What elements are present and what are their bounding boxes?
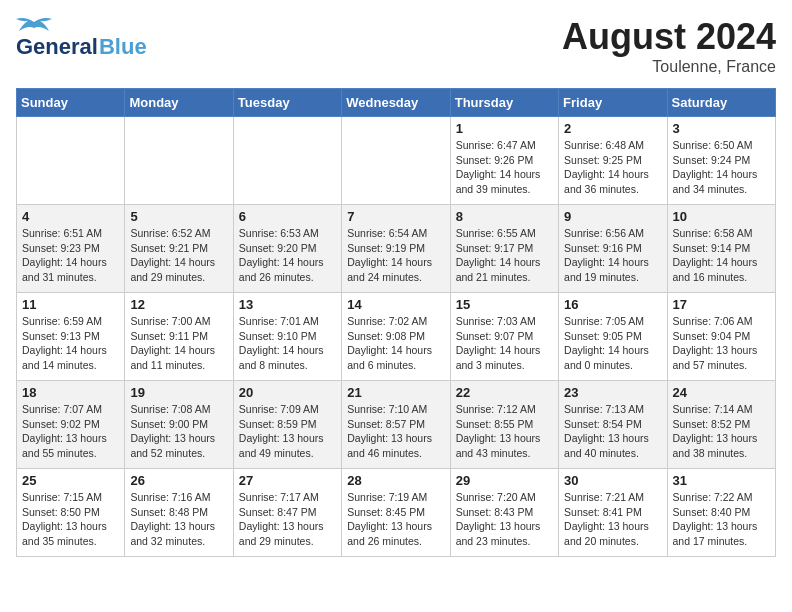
- title-block: August 2024 Toulenne, France: [562, 16, 776, 76]
- header-friday: Friday: [559, 89, 667, 117]
- day-info: Sunrise: 6:50 AM Sunset: 9:24 PM Dayligh…: [673, 138, 770, 197]
- day-number: 24: [673, 385, 770, 400]
- day-info: Sunrise: 7:01 AM Sunset: 9:10 PM Dayligh…: [239, 314, 336, 373]
- logo-icon: [16, 16, 52, 34]
- day-info: Sunrise: 7:13 AM Sunset: 8:54 PM Dayligh…: [564, 402, 661, 461]
- calendar-week-row: 18Sunrise: 7:07 AM Sunset: 9:02 PM Dayli…: [17, 381, 776, 469]
- day-number: 2: [564, 121, 661, 136]
- day-number: 17: [673, 297, 770, 312]
- calendar-cell: 6Sunrise: 6:53 AM Sunset: 9:20 PM Daylig…: [233, 205, 341, 293]
- calendar-cell: 24Sunrise: 7:14 AM Sunset: 8:52 PM Dayli…: [667, 381, 775, 469]
- day-info: Sunrise: 7:17 AM Sunset: 8:47 PM Dayligh…: [239, 490, 336, 549]
- calendar-cell: 16Sunrise: 7:05 AM Sunset: 9:05 PM Dayli…: [559, 293, 667, 381]
- day-number: 8: [456, 209, 553, 224]
- calendar-cell: 15Sunrise: 7:03 AM Sunset: 9:07 PM Dayli…: [450, 293, 558, 381]
- header-sunday: Sunday: [17, 89, 125, 117]
- day-number: 7: [347, 209, 444, 224]
- calendar-table: SundayMondayTuesdayWednesdayThursdayFrid…: [16, 88, 776, 557]
- day-number: 30: [564, 473, 661, 488]
- day-number: 1: [456, 121, 553, 136]
- day-number: 16: [564, 297, 661, 312]
- day-info: Sunrise: 7:10 AM Sunset: 8:57 PM Dayligh…: [347, 402, 444, 461]
- day-number: 26: [130, 473, 227, 488]
- day-info: Sunrise: 7:16 AM Sunset: 8:48 PM Dayligh…: [130, 490, 227, 549]
- calendar-week-row: 11Sunrise: 6:59 AM Sunset: 9:13 PM Dayli…: [17, 293, 776, 381]
- calendar-cell: 12Sunrise: 7:00 AM Sunset: 9:11 PM Dayli…: [125, 293, 233, 381]
- calendar-cell: 9Sunrise: 6:56 AM Sunset: 9:16 PM Daylig…: [559, 205, 667, 293]
- day-number: 13: [239, 297, 336, 312]
- day-number: 21: [347, 385, 444, 400]
- header-monday: Monday: [125, 89, 233, 117]
- calendar-cell: 3Sunrise: 6:50 AM Sunset: 9:24 PM Daylig…: [667, 117, 775, 205]
- calendar-week-row: 4Sunrise: 6:51 AM Sunset: 9:23 PM Daylig…: [17, 205, 776, 293]
- day-number: 19: [130, 385, 227, 400]
- calendar-cell: 2Sunrise: 6:48 AM Sunset: 9:25 PM Daylig…: [559, 117, 667, 205]
- day-info: Sunrise: 6:56 AM Sunset: 9:16 PM Dayligh…: [564, 226, 661, 285]
- day-info: Sunrise: 6:51 AM Sunset: 9:23 PM Dayligh…: [22, 226, 119, 285]
- calendar-cell: 14Sunrise: 7:02 AM Sunset: 9:08 PM Dayli…: [342, 293, 450, 381]
- logo-general: General: [16, 34, 98, 60]
- day-info: Sunrise: 6:47 AM Sunset: 9:26 PM Dayligh…: [456, 138, 553, 197]
- calendar-cell: [17, 117, 125, 205]
- calendar-cell: 4Sunrise: 6:51 AM Sunset: 9:23 PM Daylig…: [17, 205, 125, 293]
- day-info: Sunrise: 7:20 AM Sunset: 8:43 PM Dayligh…: [456, 490, 553, 549]
- calendar-cell: 8Sunrise: 6:55 AM Sunset: 9:17 PM Daylig…: [450, 205, 558, 293]
- day-info: Sunrise: 6:54 AM Sunset: 9:19 PM Dayligh…: [347, 226, 444, 285]
- day-info: Sunrise: 6:53 AM Sunset: 9:20 PM Dayligh…: [239, 226, 336, 285]
- day-info: Sunrise: 7:14 AM Sunset: 8:52 PM Dayligh…: [673, 402, 770, 461]
- calendar-cell: 18Sunrise: 7:07 AM Sunset: 9:02 PM Dayli…: [17, 381, 125, 469]
- calendar-cell: 25Sunrise: 7:15 AM Sunset: 8:50 PM Dayli…: [17, 469, 125, 557]
- day-info: Sunrise: 7:15 AM Sunset: 8:50 PM Dayligh…: [22, 490, 119, 549]
- calendar-cell: 29Sunrise: 7:20 AM Sunset: 8:43 PM Dayli…: [450, 469, 558, 557]
- day-number: 6: [239, 209, 336, 224]
- calendar-cell: 27Sunrise: 7:17 AM Sunset: 8:47 PM Dayli…: [233, 469, 341, 557]
- day-number: 23: [564, 385, 661, 400]
- calendar-cell: 11Sunrise: 6:59 AM Sunset: 9:13 PM Dayli…: [17, 293, 125, 381]
- day-info: Sunrise: 6:55 AM Sunset: 9:17 PM Dayligh…: [456, 226, 553, 285]
- calendar-cell: [233, 117, 341, 205]
- day-number: 22: [456, 385, 553, 400]
- day-info: Sunrise: 6:58 AM Sunset: 9:14 PM Dayligh…: [673, 226, 770, 285]
- calendar-cell: 22Sunrise: 7:12 AM Sunset: 8:55 PM Dayli…: [450, 381, 558, 469]
- calendar-cell: 23Sunrise: 7:13 AM Sunset: 8:54 PM Dayli…: [559, 381, 667, 469]
- calendar-cell: 20Sunrise: 7:09 AM Sunset: 8:59 PM Dayli…: [233, 381, 341, 469]
- calendar-cell: 7Sunrise: 6:54 AM Sunset: 9:19 PM Daylig…: [342, 205, 450, 293]
- calendar-cell: 30Sunrise: 7:21 AM Sunset: 8:41 PM Dayli…: [559, 469, 667, 557]
- calendar-cell: 28Sunrise: 7:19 AM Sunset: 8:45 PM Dayli…: [342, 469, 450, 557]
- calendar-header-row: SundayMondayTuesdayWednesdayThursdayFrid…: [17, 89, 776, 117]
- logo: General Blue: [16, 16, 147, 60]
- day-number: 11: [22, 297, 119, 312]
- day-number: 5: [130, 209, 227, 224]
- location-subtitle: Toulenne, France: [562, 58, 776, 76]
- day-number: 20: [239, 385, 336, 400]
- logo-blue: Blue: [99, 34, 147, 60]
- day-info: Sunrise: 7:12 AM Sunset: 8:55 PM Dayligh…: [456, 402, 553, 461]
- header-wednesday: Wednesday: [342, 89, 450, 117]
- day-info: Sunrise: 7:03 AM Sunset: 9:07 PM Dayligh…: [456, 314, 553, 373]
- calendar-cell: 5Sunrise: 6:52 AM Sunset: 9:21 PM Daylig…: [125, 205, 233, 293]
- header-thursday: Thursday: [450, 89, 558, 117]
- day-info: Sunrise: 7:00 AM Sunset: 9:11 PM Dayligh…: [130, 314, 227, 373]
- day-number: 27: [239, 473, 336, 488]
- calendar-cell: 21Sunrise: 7:10 AM Sunset: 8:57 PM Dayli…: [342, 381, 450, 469]
- day-info: Sunrise: 7:06 AM Sunset: 9:04 PM Dayligh…: [673, 314, 770, 373]
- day-info: Sunrise: 6:52 AM Sunset: 9:21 PM Dayligh…: [130, 226, 227, 285]
- calendar-cell: [125, 117, 233, 205]
- month-year-title: August 2024: [562, 16, 776, 58]
- calendar-week-row: 1Sunrise: 6:47 AM Sunset: 9:26 PM Daylig…: [17, 117, 776, 205]
- day-number: 31: [673, 473, 770, 488]
- day-info: Sunrise: 7:05 AM Sunset: 9:05 PM Dayligh…: [564, 314, 661, 373]
- day-info: Sunrise: 6:48 AM Sunset: 9:25 PM Dayligh…: [564, 138, 661, 197]
- calendar-week-row: 25Sunrise: 7:15 AM Sunset: 8:50 PM Dayli…: [17, 469, 776, 557]
- calendar-cell: 1Sunrise: 6:47 AM Sunset: 9:26 PM Daylig…: [450, 117, 558, 205]
- day-number: 29: [456, 473, 553, 488]
- header-saturday: Saturday: [667, 89, 775, 117]
- day-number: 18: [22, 385, 119, 400]
- day-number: 15: [456, 297, 553, 312]
- day-number: 10: [673, 209, 770, 224]
- calendar-cell: 13Sunrise: 7:01 AM Sunset: 9:10 PM Dayli…: [233, 293, 341, 381]
- day-info: Sunrise: 7:22 AM Sunset: 8:40 PM Dayligh…: [673, 490, 770, 549]
- header-tuesday: Tuesday: [233, 89, 341, 117]
- day-info: Sunrise: 7:21 AM Sunset: 8:41 PM Dayligh…: [564, 490, 661, 549]
- day-info: Sunrise: 7:07 AM Sunset: 9:02 PM Dayligh…: [22, 402, 119, 461]
